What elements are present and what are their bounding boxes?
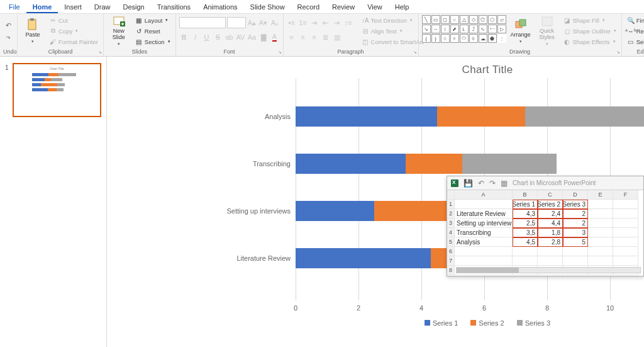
cell[interactable] [538,247,563,256]
cell[interactable]: 4,3 [513,209,538,219]
edit-in-excel-icon[interactable]: ▦ [501,179,508,188]
cell[interactable]: 5 [563,237,588,247]
tab-record[interactable]: Record [291,1,326,13]
shape-outline-button[interactable]: ◻Shape Outline▾ [562,26,618,36]
strikethrough-icon[interactable]: S [213,32,223,42]
highlight-icon[interactable]: ▇ [258,32,269,42]
cell[interactable] [588,209,613,219]
tab-help[interactable]: Help [389,1,416,13]
clipboard-launcher-icon[interactable]: ↘ [98,50,102,55]
columns-icon[interactable]: ▥ [332,32,342,42]
cell[interactable] [613,209,638,219]
paste-button[interactable]: Paste ▾ [21,15,45,47]
cell[interactable] [455,247,513,256]
underline-icon[interactable]: U [202,32,212,42]
inc-indent-icon[interactable]: ⇥ [332,18,342,28]
row-header[interactable]: 7 [447,256,455,266]
list-level-icon[interactable]: ⇥ [309,18,319,28]
data-editor-scrollbar[interactable] [456,267,641,273]
tab-transitions[interactable]: Transitions [151,1,197,13]
dec-indent-icon[interactable]: ⇤ [321,18,331,28]
cell[interactable]: Series 2 [538,200,563,209]
row-header[interactable]: 3 [447,219,455,228]
redo-icon[interactable]: ↷ [4,33,14,43]
cell[interactable]: 4,4 [538,219,563,228]
tab-draw[interactable]: Draw [88,1,117,13]
font-launcher-icon[interactable]: ↘ [278,50,282,55]
col-header[interactable]: F [613,190,638,200]
cell[interactable]: 2,5 [513,219,538,228]
find-button[interactable]: 🔍Find [625,15,644,25]
cell[interactable] [455,256,513,266]
cell[interactable]: 2 [563,209,588,219]
data-editor-titlebar[interactable]: 💾 ↶ ↷ ▦ Chart in Microsoft PowerPoint [447,176,643,190]
col-header[interactable]: C [538,190,563,200]
align-center-icon[interactable]: ≡ [298,32,308,42]
col-header[interactable]: E [588,190,613,200]
shape-effects-button[interactable]: ◐Shape Effects▾ [562,37,618,47]
cell[interactable] [513,256,538,266]
cell[interactable] [613,237,638,247]
cell[interactable]: Series 3 [563,200,588,209]
shadow-icon[interactable]: ab [225,32,235,42]
cell[interactable] [455,200,513,209]
quick-styles-button[interactable]: Quick Styles ▾ [535,15,559,47]
cell[interactable]: 3,5 [513,228,538,237]
undo-icon[interactable]: ↶ [478,179,484,188]
cell[interactable] [613,228,638,237]
col-header[interactable]: B [513,190,538,200]
cell[interactable]: 2,4 [538,209,563,219]
redo-icon[interactable]: ↷ [489,179,496,188]
align-right-icon[interactable]: ≡ [309,32,319,42]
save-icon[interactable]: 💾 [464,179,473,188]
shape-fill-button[interactable]: ◪Shape Fill▾ [562,15,618,25]
cell[interactable] [588,219,613,228]
italic-icon[interactable]: I [191,32,201,42]
font-family-select[interactable] [179,17,226,28]
arrange-button[interactable]: Arrange ▾ [509,15,533,47]
align-left-icon[interactable]: ≡ [287,32,297,42]
cell[interactable] [613,219,638,228]
line-spacing-icon[interactable]: ↕≡ [343,18,353,28]
cell[interactable]: 4,5 [513,237,538,247]
data-editor-grid[interactable]: ABCDEF1Series 1Series 2Series 32Literatu… [447,190,643,275]
cell[interactable] [513,247,538,256]
cell[interactable] [538,256,563,266]
tab-slideshow[interactable]: Slide Show [244,1,291,13]
col-header[interactable]: D [563,190,588,200]
section-button[interactable]: ▤Section▾ [133,37,172,47]
cell[interactable] [588,237,613,247]
cell[interactable]: Setting up interviews [455,219,513,228]
layout-button[interactable]: ▦Layout▾ [133,15,172,25]
bullets-icon[interactable]: •≡ [287,18,297,28]
cell[interactable]: Transcribing [455,228,513,237]
cell[interactable]: Series 1 [513,200,538,209]
paragraph-launcher-icon[interactable]: ↘ [413,50,417,55]
increase-font-icon[interactable]: A▴ [247,18,257,28]
tab-view[interactable]: View [361,1,389,13]
select-button[interactable]: ▭Select▾ [625,37,644,47]
clear-format-icon[interactable]: Aₐ [270,18,280,28]
tab-review[interactable]: Review [326,1,361,13]
cell[interactable]: 2 [563,219,588,228]
cell[interactable] [588,228,613,237]
tab-home[interactable]: Home [26,1,58,13]
copy-button[interactable]: ⧉Copy▾ [47,26,100,36]
undo-icon[interactable]: ↶ [4,20,14,30]
slide-thumbnail-1[interactable]: Chart Title [13,63,101,117]
decrease-font-icon[interactable]: A▾ [258,18,269,28]
tab-file[interactable]: File [3,1,26,13]
cell[interactable] [563,256,588,266]
cell[interactable] [588,256,613,266]
cell[interactable]: 2,8 [538,237,563,247]
reset-button[interactable]: ↺Reset [133,26,172,36]
justify-icon[interactable]: ≣ [321,32,331,42]
cell[interactable]: Analysis [455,237,513,247]
cell[interactable] [613,256,638,266]
row-header[interactable]: 1 [447,200,455,209]
cell[interactable]: Literature Review [455,209,513,219]
cell[interactable]: 3 [563,228,588,237]
change-case-icon[interactable]: Aa [247,32,257,42]
cut-button[interactable]: ✂Cut [47,15,100,25]
tab-animations[interactable]: Animations [197,1,243,13]
